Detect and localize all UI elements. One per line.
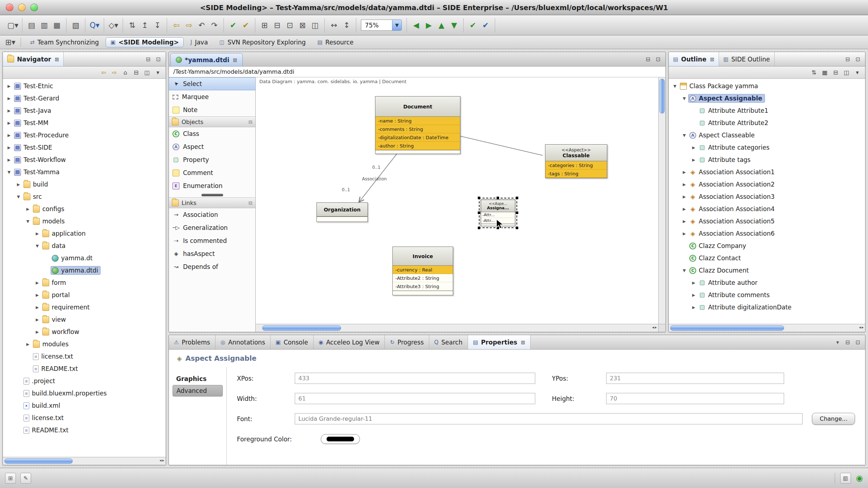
twisty-down-icon[interactable]: ▼ <box>680 96 688 101</box>
outline-item-aspect-assignable[interactable]: ▼Aspect Assignable <box>669 92 865 104</box>
twisty-right-icon[interactable]: ▶ <box>680 219 688 224</box>
navigator-item-build[interactable]: ▶build <box>3 178 166 191</box>
nav-menu-icon[interactable]: ▾ <box>153 68 163 77</box>
palette-item-enumeration[interactable]: Enumeration <box>169 179 255 192</box>
step-up-icon[interactable]: ↥ <box>139 19 151 31</box>
palette-item-generalization[interactable]: ─▷Generalization <box>169 221 255 234</box>
outline-hscrollbar[interactable]: ◂▸ <box>669 324 865 332</box>
tab-progress[interactable]: ↻Progress <box>385 335 429 349</box>
twisty-down-icon[interactable]: ▼ <box>33 244 41 248</box>
attribute-row[interactable]: -Attribute2 : String <box>393 274 453 282</box>
tab-annotations[interactable]: ◎Annotations <box>216 335 271 349</box>
class-node-organization[interactable]: Organization <box>316 202 368 222</box>
outline-item-clazz-contact[interactable]: Clazz Contact <box>669 252 865 264</box>
twisty-right-icon[interactable]: ▶ <box>680 182 688 187</box>
twisty-down-icon[interactable]: ▼ <box>24 219 32 224</box>
outline-collapse-all-icon[interactable]: ⊟ <box>831 68 841 77</box>
scrollbar-arrows-icon[interactable]: ◂▸ <box>652 325 658 330</box>
navigator-item-test-java[interactable]: ▶Test-Java <box>3 104 166 117</box>
outline-item-aspect-classeable[interactable]: ▼Aspect Classeable <box>669 129 865 141</box>
selection-handle[interactable] <box>477 211 481 214</box>
twisty-right-icon[interactable]: ▶ <box>680 207 688 211</box>
navigator-item-test-workflow[interactable]: ▶Test-Workflow <box>3 154 166 166</box>
outline-item-attribute-attribute1[interactable]: Attribute Attribute1 <box>669 104 865 117</box>
run-menu-icon[interactable]: ◇▾ <box>107 19 119 31</box>
navigator-item-test-side[interactable]: ▶Test-SIDE <box>3 141 166 154</box>
diagram-collapse-icon[interactable]: ▼ <box>448 19 460 31</box>
palette-tool-select[interactable]: Select <box>169 77 255 90</box>
selection-handle[interactable] <box>515 196 519 200</box>
tab-advanced[interactable]: Advanced <box>173 385 223 397</box>
scrollbar-thumb[interactable] <box>670 325 784 331</box>
twisty-right-icon[interactable]: ▶ <box>5 96 13 101</box>
change-font-button[interactable]: Change... <box>812 413 855 425</box>
navigator-item-test-mm[interactable]: ▶Test-MM <box>3 117 166 129</box>
open-perspective-button[interactable]: ⊞▾ <box>4 36 16 48</box>
outline-item-attribute-categories[interactable]: ▶Attribute categories <box>669 141 865 154</box>
outline-item-attribute-comments[interactable]: ▶Attribute comments <box>669 289 865 301</box>
outline-item-attribute-author[interactable]: ▶Attribute author <box>669 277 865 289</box>
external-tools-icon[interactable]: ▧ <box>70 19 82 31</box>
navigator-item-test-etnic[interactable]: ▶Test-Etnic <box>3 80 166 92</box>
scrollbar-arrows-icon[interactable]: ◂▸ <box>859 325 864 330</box>
height-input[interactable] <box>606 393 784 404</box>
navigator-item-modules[interactable]: ▶modules <box>3 338 166 350</box>
maximize-icon[interactable]: ⊡ <box>654 55 663 64</box>
navigator-item-license-txt[interactable]: license.txt <box>3 350 166 363</box>
tab-problems[interactable]: ⚠Problems <box>169 335 216 349</box>
attribute-row[interactable]: -author : String <box>375 142 460 150</box>
outline-item-association-association1[interactable]: ▶Association Association1 <box>669 166 865 178</box>
save-all-icon[interactable]: ▥ <box>38 19 50 31</box>
tab-outline[interactable]: ▤Outline⊠ <box>669 52 719 66</box>
navigator-item-yamma-dt[interactable]: yamma.dt <box>3 252 166 264</box>
perspective-team-synchronizing[interactable]: ⇄Team Synchronizing <box>25 37 103 47</box>
outline-item-class-package-yamma[interactable]: ▼Class Package yamma <box>669 80 865 92</box>
palette-item-property[interactable]: Property <box>169 153 255 166</box>
navigator-item-readme-txt[interactable]: README.txt <box>3 424 166 436</box>
outline-item-clazz-document[interactable]: ▼Clazz Document <box>669 264 865 277</box>
nav-collapse-all-icon[interactable]: ⊟ <box>131 68 141 77</box>
twisty-right-icon[interactable]: ▶ <box>680 231 688 236</box>
twisty-right-icon[interactable]: ▶ <box>14 182 22 187</box>
font-input[interactable] <box>295 413 803 424</box>
maximize-icon[interactable]: ⊡ <box>154 55 163 64</box>
validate-icon[interactable]: ✔ <box>467 19 479 31</box>
attribute-row[interactable]: -comments : String <box>375 125 460 133</box>
scrollbar-arrows-icon[interactable]: ◂▸ <box>159 458 165 463</box>
navigator-item-portal[interactable]: ▶portal <box>3 289 166 301</box>
tab-console[interactable]: ▣Console <box>271 335 314 349</box>
navigator-item-test-yamma[interactable]: ▼Test-Yamma <box>3 166 166 178</box>
class-node-invoice[interactable]: Invoice-currency : Real-Attribute2 : Str… <box>392 247 453 295</box>
twisty-right-icon[interactable]: ▶ <box>690 293 698 297</box>
tab-side-outline[interactable]: ▥SIDE Outline <box>719 52 775 66</box>
navigator-item-test-gerard[interactable]: ▶Test-Gerard <box>3 92 166 104</box>
navigator-view-tab[interactable]: Navigator ⊠ <box>3 52 64 66</box>
nav-back-icon[interactable]: ⇦ <box>99 68 109 77</box>
palette-item-association[interactable]: →Association <box>169 208 255 221</box>
navigator-item-models[interactable]: ▼models <box>3 215 166 227</box>
attribute-row[interactable]: -Attribute3 : String <box>393 282 453 291</box>
navigator-item-view[interactable]: ▶view <box>3 313 166 326</box>
twisty-right-icon[interactable]: ▶ <box>33 317 41 322</box>
twisty-right-icon[interactable]: ▶ <box>5 145 13 150</box>
palette-section-links[interactable]: Links⊟ <box>169 197 255 208</box>
editor-tab-yamma-dtdi[interactable]: *yamma.dtdi ⊠ <box>170 53 243 66</box>
outline-item-association-association2[interactable]: ▶Association Association2 <box>669 178 865 191</box>
navigator-item-configs[interactable]: ▶configs <box>3 203 166 215</box>
group-selection-icon[interactable]: ◫ <box>309 19 321 31</box>
twisty-right-icon[interactable]: ▶ <box>5 108 13 113</box>
foreground-color-swatch[interactable] <box>321 434 360 444</box>
tab-acceleo-log-view[interactable]: ◉Acceleo Log View <box>314 335 385 349</box>
canvas-hscrollbar[interactable]: ◂▸ <box>256 324 658 332</box>
nav-link-editor-icon[interactable]: ◫ <box>142 68 152 77</box>
close-editor-icon[interactable]: ⊠ <box>233 57 237 63</box>
twisty-right-icon[interactable]: ▶ <box>24 207 32 211</box>
nav-home-icon[interactable]: ⌂ <box>120 68 130 77</box>
selection-handle[interactable] <box>477 226 481 230</box>
navigator-item-test-procedure[interactable]: ▶Test-Procedure <box>3 129 166 141</box>
twisty-right-icon[interactable]: ▶ <box>24 342 32 347</box>
close-window-button[interactable] <box>6 4 13 11</box>
twisty-right-icon[interactable]: ▶ <box>5 121 13 125</box>
outline-item-attribute-attribute2[interactable]: Attribute Attribute2 <box>669 117 865 129</box>
scrollbar-thumb[interactable] <box>262 325 341 331</box>
